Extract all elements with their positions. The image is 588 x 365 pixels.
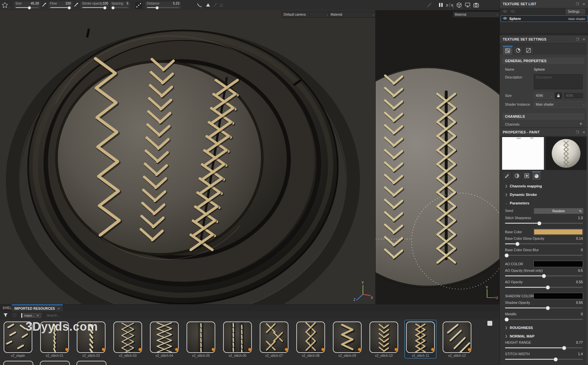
add-channel-button[interactable]: + xyxy=(580,121,582,126)
roughness-row[interactable]: ❯ROUGHNESS xyxy=(505,323,583,332)
stroke-opacity-slider-group[interactable]: Stroke opacity 100 xyxy=(80,1,109,9)
filter-ghost-icon[interactable] xyxy=(12,313,17,318)
shadow-color-row: SHADOW COLOR xyxy=(505,291,583,301)
tab-imported-resources[interactable]: IMPORTED RESOURCES ✕ xyxy=(12,304,63,312)
stitch-sharpness-slider[interactable] xyxy=(505,223,583,224)
search-input[interactable] xyxy=(46,313,113,318)
tab-settings-channels[interactable] xyxy=(513,46,523,55)
section-dynamic-stroke[interactable]: ❯Dynamic Stroke xyxy=(505,190,537,199)
screenshot-camera-button[interactable] xyxy=(473,2,479,8)
height-range-slider[interactable] xyxy=(505,347,583,348)
close-icon[interactable]: ✕ xyxy=(582,38,585,41)
viewport-3d[interactable]: Default camera⌄ Material⌄ Y X Z xyxy=(0,10,375,304)
shelf-item-v2_stitch-06[interactable]: v2_stitch-06 xyxy=(221,320,253,358)
name-value[interactable]: Sphere xyxy=(534,67,545,71)
size-slider-group[interactable]: Size 45.39 xyxy=(13,1,41,9)
texture-set-list-title: TEXTURE SET LIST xyxy=(503,2,536,6)
description-field[interactable] xyxy=(534,74,583,89)
ao-opacity-slider[interactable] xyxy=(505,287,583,288)
base-color-gloss-opacity-slider[interactable] xyxy=(505,243,583,244)
flow-falloff-pen-icon[interactable] xyxy=(73,2,79,8)
eye-icon[interactable] xyxy=(503,17,507,21)
material-preview-sphere[interactable] xyxy=(546,137,587,170)
shelf-item-v2_stitch-09[interactable]: v2_stitch-09 xyxy=(331,320,363,358)
no-paint-icon[interactable] xyxy=(426,2,432,8)
symmetry-caret[interactable]: ⌄ xyxy=(452,7,454,9)
pause-engine-button[interactable] xyxy=(438,2,444,8)
viewport-2d[interactable]: Material⌄ V U xyxy=(375,10,499,304)
stitch-sharpness-row: Stitch Sharpness1.3 xyxy=(505,216,583,227)
falloff-curve-caret[interactable]: ⌄ xyxy=(200,7,202,9)
close-icon[interactable]: ✕ xyxy=(582,2,585,6)
shelf-item-v2_stitch-12[interactable]: v2_stitch-12 xyxy=(441,320,473,358)
ao-color-swatch[interactable] xyxy=(534,261,583,267)
filter-funnel-icon[interactable] xyxy=(3,313,8,318)
tilt-curve-icon[interactable] xyxy=(212,2,218,8)
geometry-caret[interactable]: ⌄ xyxy=(461,7,463,9)
normal-map-row[interactable]: ❯NORMAL MAP xyxy=(505,332,583,340)
ao-color-label: AO COLOR xyxy=(505,262,523,266)
flow-slider-group[interactable]: Flow 100 xyxy=(48,1,73,9)
shelf-item-v2_stitch-04[interactable]: v2_stitch-04 xyxy=(148,320,180,358)
shelf-item-v2_stitch-05[interactable]: v2_stitch-05 xyxy=(185,320,217,358)
texture-set-row-sphere[interactable]: Sphere Main shader xyxy=(500,15,588,22)
brush-stamp-caret[interactable]: ⌄ xyxy=(8,7,11,9)
stitch-width-slider[interactable] xyxy=(505,359,583,360)
brush-spacing-preview-icon[interactable] xyxy=(135,1,143,9)
filter-chip-imported[interactable]: Impor... ✕ xyxy=(21,313,41,318)
display-caret[interactable]: ⌄ xyxy=(469,7,471,9)
shelf-item-v2_stitch-10[interactable]: v2_stitch-10 xyxy=(368,320,400,358)
seed-edit-pencil-icon[interactable]: ✎ xyxy=(579,209,582,213)
undock-icon[interactable]: ❐ xyxy=(576,2,579,6)
size-lock-button[interactable] xyxy=(555,93,562,99)
shading-mode-dropdown-3d[interactable]: Material⌄ xyxy=(329,11,376,18)
section-parameters[interactable]: ⌄Parameters xyxy=(505,199,529,207)
thumbnail-size-toggle[interactable] xyxy=(487,321,492,326)
distance-slider-group[interactable]: Distance 5.23 xyxy=(144,1,182,9)
undock-icon[interactable]: ❐ xyxy=(576,38,579,41)
texture-set-shader[interactable]: Main shader xyxy=(568,17,585,21)
section-channels-mapping-label: Channels mapping xyxy=(510,184,542,188)
pressure-curve-icon[interactable] xyxy=(219,2,225,8)
tab-imported-resources-label: IMPORTED RESOURCES xyxy=(14,307,55,310)
shelf-item-partial[interactable] xyxy=(40,361,70,365)
shelf-item-v2_stitch-08[interactable]: v2_stitch-08 xyxy=(295,320,327,358)
ao-opacity-thread-only-slider[interactable] xyxy=(505,275,583,276)
shelf-item-v2_stitch-07[interactable]: v2_stitch-07 xyxy=(258,320,290,358)
shelf-item-partial[interactable] xyxy=(3,361,33,365)
spacing-slider-group[interactable]: Spacing 5 xyxy=(109,1,131,9)
undock-icon[interactable]: ❐ xyxy=(576,130,579,134)
shading-mode-dropdown-2d[interactable]: Material⌄ xyxy=(453,11,500,18)
shelf-item-v2_stitch-11[interactable]: v2_stitch-11 xyxy=(404,320,436,358)
tab-close-icon[interactable]: ✕ xyxy=(57,307,60,310)
tab-paint-stencil[interactable] xyxy=(522,171,531,180)
seed-random-button[interactable]: Random ✎ xyxy=(534,208,583,214)
base-color-swatch[interactable] xyxy=(534,229,583,235)
camera-dropdown[interactable]: Default camera⌄ xyxy=(282,11,331,18)
shelf-item-partial[interactable] xyxy=(76,361,106,365)
shadow-color-swatch[interactable] xyxy=(534,293,583,299)
panel-scrollbar[interactable] xyxy=(587,43,588,364)
shader-instance-dropdown[interactable]: Main shader⌄ xyxy=(534,101,587,108)
texture-set-settings-dropdown-button[interactable]: Settings⌄ xyxy=(566,9,585,14)
tab-settings-mesh[interactable] xyxy=(523,46,534,55)
close-icon[interactable]: ✕ xyxy=(582,130,585,134)
material-visibility-icon[interactable] xyxy=(502,9,507,14)
tab-paint-material[interactable] xyxy=(532,171,541,180)
tab-settings-general[interactable] xyxy=(502,46,513,55)
brush-stamp-icon[interactable] xyxy=(2,2,8,8)
base-color-gloss-blur-slider[interactable] xyxy=(505,255,583,256)
section-channels-mapping[interactable]: ❯Channels mapping xyxy=(505,182,542,190)
shelf-item-v2_stitch-03[interactable]: v2_stitch-03 xyxy=(112,320,144,358)
brush-alpha-preview[interactable] xyxy=(502,137,544,170)
shadow-opacity-slider[interactable] xyxy=(505,307,583,308)
profile-triangle-icon[interactable] xyxy=(205,2,211,8)
tab-paint-brush[interactable] xyxy=(502,171,512,180)
size-dropdown[interactable]: 4096⌄ xyxy=(534,93,555,99)
tab-paint-alpha[interactable] xyxy=(512,171,521,180)
solo-visibility-icon[interactable] xyxy=(510,9,515,14)
filter-chip-remove-icon[interactable]: ✕ xyxy=(37,314,39,317)
size-falloff-pen-icon[interactable] xyxy=(41,2,47,8)
metallic-slider[interactable] xyxy=(505,319,583,320)
ao-opacity-value: 0.55 xyxy=(576,280,583,284)
